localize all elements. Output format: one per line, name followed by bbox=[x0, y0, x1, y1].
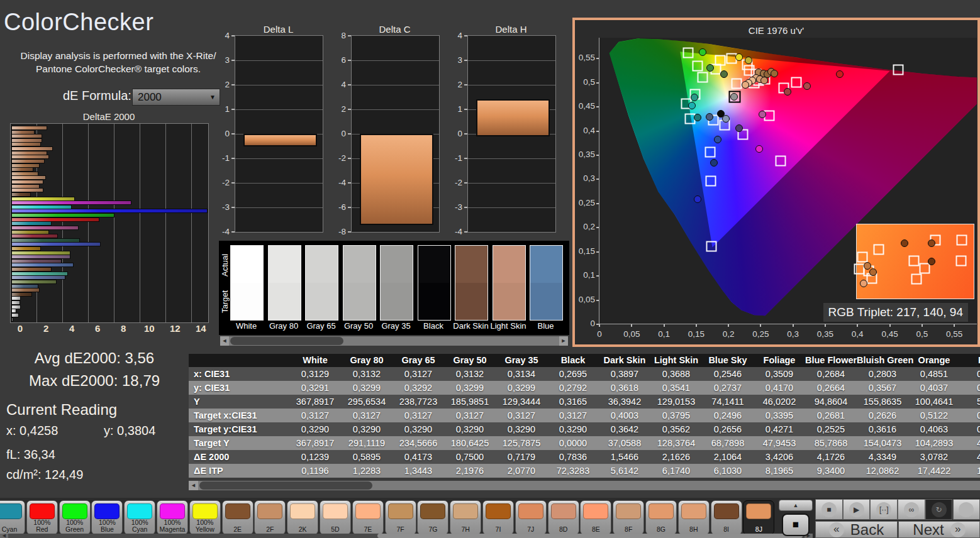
y-tick bbox=[231, 35, 235, 36]
measurement-dot bbox=[714, 136, 721, 143]
patch-button-8g[interactable]: 8G bbox=[645, 500, 677, 535]
swatch-blue[interactable] bbox=[530, 245, 563, 321]
swatch-dark-skin[interactable] bbox=[455, 245, 488, 321]
patch-button-100green[interactable]: 100% Green bbox=[59, 500, 91, 535]
table-row: Target x:CIE310,31270,31270,31270,31270,… bbox=[189, 409, 980, 422]
interval-button[interactable]: [··] bbox=[870, 499, 898, 520]
patch-button-cyan[interactable]: Cyan bbox=[0, 500, 25, 535]
stop-button[interactable]: ■ bbox=[815, 499, 843, 520]
swatch-gray-35[interactable] bbox=[380, 245, 413, 321]
play-button[interactable]: ▶ bbox=[843, 499, 871, 520]
table-cell: 9,3400 bbox=[805, 464, 857, 478]
patch-button-100red[interactable]: 100% Red bbox=[26, 500, 58, 535]
inset-target-square bbox=[955, 255, 966, 266]
table-cell: 2,1064 bbox=[702, 450, 754, 464]
cie-chromaticity-plot: RGB Triplet: 217, 140, 94 bbox=[599, 38, 977, 324]
table-cell: 0,2792 bbox=[547, 381, 599, 395]
y-tick bbox=[231, 60, 235, 61]
table-cell: 47,9453 bbox=[754, 436, 805, 450]
swatch-gray-80[interactable] bbox=[268, 245, 301, 321]
target-swatch bbox=[530, 283, 562, 320]
reading-x: x: 0,4258 bbox=[6, 424, 58, 438]
swatch-white[interactable] bbox=[230, 245, 264, 321]
refresh-button[interactable]: ↻ bbox=[925, 499, 953, 520]
patch-button-7e[interactable]: 7E bbox=[352, 500, 384, 535]
toolbar-scrollbar[interactable]: ◄ ► bbox=[0, 534, 813, 538]
y-tick bbox=[231, 182, 235, 184]
gridline bbox=[352, 60, 439, 61]
patch-button-8j[interactable]: 8J bbox=[743, 500, 774, 535]
patch-button-7g[interactable]: 7G bbox=[417, 500, 448, 535]
scroll-left-icon[interactable]: ◄ bbox=[0, 534, 8, 538]
patch-button-2f[interactable]: 2F bbox=[254, 500, 286, 535]
table-cell: 367,8917 bbox=[289, 436, 341, 450]
patch-button-7i[interactable]: 7I bbox=[482, 500, 514, 535]
patch-button-100cyan[interactable]: 100% Cyan bbox=[124, 500, 155, 535]
de-formula-dropdown[interactable]: 2000 ▼ bbox=[132, 89, 220, 106]
table-cell: 0,3541 bbox=[650, 381, 702, 395]
swatch-gray-65[interactable] bbox=[305, 245, 338, 321]
table-cell: 0,3290 bbox=[496, 422, 547, 436]
y-tick-label: -1 bbox=[213, 153, 230, 163]
patch-button-2k[interactable]: 2K bbox=[287, 500, 318, 535]
back-button[interactable]: « Back bbox=[815, 521, 898, 538]
expand-up-button[interactable]: ▲ bbox=[779, 500, 813, 511]
table-cell: 13,9 bbox=[960, 464, 980, 478]
table-cell: 0,7836 bbox=[547, 450, 599, 464]
table-cell: 0,3290 bbox=[341, 422, 393, 436]
patch-button-7h[interactable]: 7H bbox=[450, 500, 481, 535]
table-scrollbar[interactable]: ◄ bbox=[189, 481, 980, 490]
patch-button-100magenta[interactable]: 100% Magenta bbox=[157, 500, 188, 535]
stop-square-button[interactable]: ■ bbox=[782, 513, 810, 536]
cie-x-tick bbox=[793, 324, 794, 327]
cie-y-tick bbox=[596, 58, 599, 59]
gridline bbox=[468, 158, 555, 159]
patch-button-8d[interactable]: 8D bbox=[548, 500, 579, 535]
table-cell: 0,4003 bbox=[599, 409, 650, 422]
cie-y-tick-label: 0,1 bbox=[576, 270, 595, 280]
patch-button-8i[interactable]: 8I bbox=[711, 500, 742, 535]
patch-button-5d[interactable]: 5D bbox=[320, 500, 351, 535]
cie-x-tick-label: 0,55 bbox=[945, 329, 964, 339]
chevrons-right-icon: » bbox=[950, 522, 966, 537]
record-button[interactable] bbox=[953, 499, 980, 520]
table-row: Y367,8917295,6534238,7723185,9851129,344… bbox=[189, 395, 980, 409]
swatch-light-skin[interactable] bbox=[493, 245, 526, 321]
scrollbar-thumb[interactable] bbox=[199, 481, 372, 490]
loop-button[interactable]: ∞ bbox=[898, 499, 925, 520]
measurement-dot bbox=[694, 114, 701, 121]
target-square-marker bbox=[682, 47, 693, 58]
patch-button-100blue[interactable]: 100% Blue bbox=[91, 500, 123, 535]
patch-button-2e[interactable]: 2E bbox=[222, 500, 253, 535]
patch-button-8h[interactable]: 8H bbox=[678, 500, 710, 535]
skin-tone-zoom-inset bbox=[856, 224, 974, 299]
column-header: White bbox=[289, 354, 341, 367]
scroll-left-icon[interactable]: ◄ bbox=[220, 336, 229, 346]
swatch-black[interactable] bbox=[418, 245, 451, 321]
patch-button-100yellow[interactable]: 100% Yellow bbox=[189, 500, 221, 535]
cie-y-tick bbox=[596, 227, 599, 228]
scrollbar-thumb[interactable] bbox=[230, 337, 343, 345]
patch-button-7f[interactable]: 7F bbox=[385, 500, 416, 535]
play-icon: ▶ bbox=[849, 502, 864, 517]
patch-button-8e[interactable]: 8E bbox=[580, 500, 611, 535]
cie-x-tick-label: 0,3 bbox=[784, 329, 803, 339]
table-cell: 85,7868 bbox=[805, 436, 857, 450]
patch-swatch bbox=[616, 503, 641, 519]
table-cell: 154,0473 bbox=[857, 436, 908, 450]
table-cell: 0,1239 bbox=[289, 450, 341, 464]
swatch-gray-50[interactable] bbox=[343, 245, 376, 321]
patch-button-8f[interactable]: 8F bbox=[613, 500, 644, 535]
scroll-left-icon[interactable]: ◄ bbox=[189, 481, 198, 490]
row-label: Y bbox=[189, 395, 289, 409]
next-button[interactable]: Next » bbox=[898, 521, 980, 538]
table-cell: 0,2496 bbox=[702, 409, 754, 422]
patch-button-7j[interactable]: 7J bbox=[515, 500, 547, 535]
measurement-dot bbox=[710, 159, 718, 167]
patch-label: 8H bbox=[679, 526, 709, 533]
table-cell: 2,1626 bbox=[650, 450, 702, 464]
scrollbar-thumb[interactable] bbox=[377, 534, 803, 538]
swatch-strip-scrollbar[interactable]: ◄ ► bbox=[220, 336, 568, 346]
scroll-right-icon[interactable]: ► bbox=[559, 336, 568, 346]
table-cell: 0,3127 bbox=[289, 409, 341, 422]
